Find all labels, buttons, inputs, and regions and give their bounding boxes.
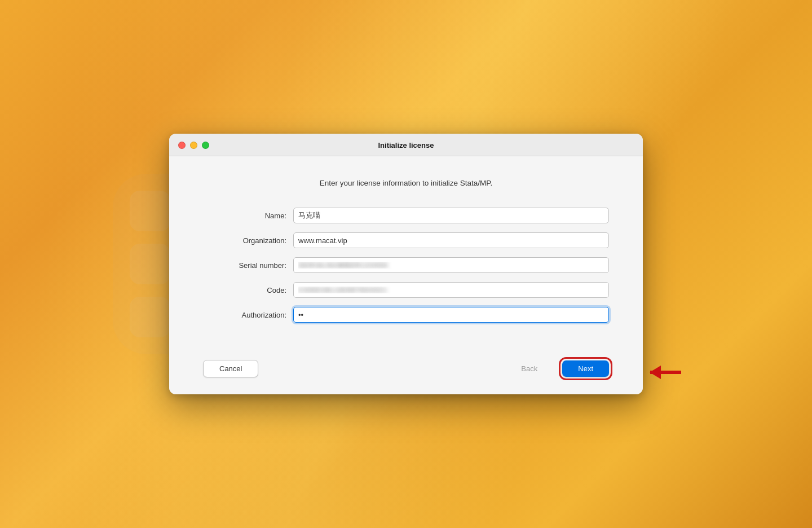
dialog-title: Initialize license <box>378 141 434 149</box>
serial-number-input[interactable] <box>293 257 609 273</box>
app-icon-1 <box>130 191 170 231</box>
organization-row: Organization: <box>203 232 609 248</box>
cancel-button[interactable]: Cancel <box>203 360 258 377</box>
organization-label: Organization: <box>203 236 293 245</box>
maximize-button[interactable] <box>202 142 209 149</box>
authorization-label: Authorization: <box>203 311 293 319</box>
dialog-description: Enter your license information to initia… <box>203 179 609 187</box>
minimize-button[interactable] <box>190 142 197 149</box>
organization-input[interactable] <box>293 232 609 248</box>
traffic-lights <box>178 142 209 149</box>
app-icon-7 <box>130 297 170 337</box>
dialog-wrapper: Initialize license Enter your license in… <box>169 134 643 394</box>
titlebar: Initialize license <box>169 134 643 156</box>
name-input[interactable] <box>293 208 609 223</box>
code-label: Code: <box>203 286 293 294</box>
authorization-input[interactable] <box>293 307 609 323</box>
dialog-body: Enter your license information to initia… <box>169 156 643 349</box>
code-row: Code: <box>203 282 609 298</box>
footer-right: Back Next <box>505 360 609 377</box>
next-button[interactable]: Next <box>562 360 609 377</box>
name-label: Name: <box>203 212 293 220</box>
serial-number-row: Serial number: <box>203 257 609 273</box>
app-icon-4 <box>130 244 170 284</box>
back-button[interactable]: Back <box>505 360 553 377</box>
annotation-arrow <box>650 371 681 374</box>
arrow-shaft <box>650 371 681 374</box>
name-row: Name: <box>203 208 609 223</box>
serial-label: Serial number: <box>203 261 293 270</box>
code-input[interactable] <box>293 282 609 298</box>
initialize-license-dialog: Initialize license Enter your license in… <box>169 134 643 394</box>
authorization-row: Authorization: <box>203 307 609 323</box>
close-button[interactable] <box>178 142 186 149</box>
dialog-footer: Cancel Back Next <box>169 349 643 394</box>
